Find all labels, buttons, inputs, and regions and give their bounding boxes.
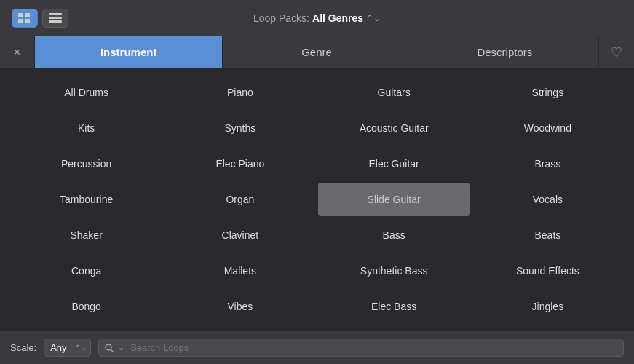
grid-cell-synthetic-bass[interactable]: Synthetic Bass [318,253,470,288]
search-wrapper: ⌄ [98,339,624,357]
grid-cell-strings[interactable]: Strings [472,76,624,110]
grid-cell-kits[interactable]: Kits [10,111,162,146]
list-view-button[interactable] [42,9,68,28]
view-toggle [12,9,68,28]
instrument-grid-container: All DrumsPianoGuitarsStringsKitsSynthsAc… [0,68,634,331]
grid-cell-synths[interactable]: Synths [164,111,316,146]
grid-cell-organ[interactable]: Organ [164,183,316,217]
svg-rect-2 [18,19,23,23]
grid-cell-acoustic-guitar[interactable]: Acoustic Guitar [318,111,470,146]
heart-icon: ♡ [611,44,622,60]
favorites-button[interactable]: ♡ [599,36,634,68]
loop-packs-value: All Genres [312,12,363,24]
app-container: Loop Packs: All Genres ⌃⌄ × Instrument G… [0,0,634,364]
instrument-grid: All DrumsPianoGuitarsStringsKitsSynthsAc… [10,76,624,323]
svg-rect-3 [25,19,30,23]
grid-view-button[interactable] [12,9,38,28]
svg-rect-6 [49,20,62,23]
grid-cell-beats[interactable]: Beats [472,218,624,252]
close-button[interactable]: × [0,36,35,68]
svg-rect-0 [18,13,23,17]
loop-packs-chevron-icon: ⌃⌄ [366,13,381,23]
grid-cell-elec-bass[interactable]: Elec Bass [318,289,470,323]
scale-label: Scale: [10,342,36,353]
grid-cell-guitars[interactable]: Guitars [318,76,470,110]
bottom-bar: Scale: Any Major Minor ⌃⌄ ⌄ [0,331,634,364]
search-voice-icon: ⌄ [118,343,124,352]
tab-genre[interactable]: Genre [223,36,411,68]
svg-rect-1 [25,13,30,17]
grid-cell-piano[interactable]: Piano [164,76,316,110]
grid-cell-vocals[interactable]: Vocals [472,183,624,217]
grid-cell-jingles[interactable]: Jingles [472,289,624,323]
grid-cell-shaker[interactable]: Shaker [10,218,162,252]
grid-cell-sound-effects[interactable]: Sound Effects [472,253,624,288]
svg-line-8 [111,349,114,352]
grid-cell-percussion[interactable]: Percussion [10,147,162,181]
grid-cell-bongo[interactable]: Bongo [10,289,162,323]
grid-cell-mallets[interactable]: Mallets [164,253,316,288]
toolbar: Loop Packs: All Genres ⌃⌄ [0,0,634,36]
grid-cell-bass[interactable]: Bass [318,218,470,252]
grid-cell-vibes[interactable]: Vibes [164,289,316,323]
tab-descriptors[interactable]: Descriptors [411,36,599,68]
scale-wrapper: Any Major Minor ⌃⌄ [44,339,91,357]
close-icon: × [14,46,20,59]
grid-cell-elec-guitar[interactable]: Elec Guitar [318,147,470,181]
tabs-row: × Instrument Genre Descriptors ♡ [0,36,634,68]
grid-cell-all-drums[interactable]: All Drums [10,76,162,110]
loop-packs-label: Loop Packs: [253,12,309,24]
svg-point-7 [106,344,111,350]
grid-cell-clavinet[interactable]: Clavinet [164,218,316,252]
search-input[interactable] [130,342,617,353]
svg-rect-4 [49,13,62,15]
grid-cell-elec-piano[interactable]: Elec Piano [164,147,316,181]
grid-cell-conga[interactable]: Conga [10,253,162,288]
grid-cell-slide-guitar[interactable]: Slide Guitar [318,183,470,217]
svg-rect-5 [49,17,62,19]
grid-cell-woodwind[interactable]: Woodwind [472,111,624,146]
grid-cell-brass[interactable]: Brass [472,147,624,181]
grid-cell-tambourine[interactable]: Tambourine [10,183,162,217]
search-icon [105,344,114,352]
tab-instrument[interactable]: Instrument [35,36,223,68]
scale-select[interactable]: Any Major Minor [44,339,91,357]
